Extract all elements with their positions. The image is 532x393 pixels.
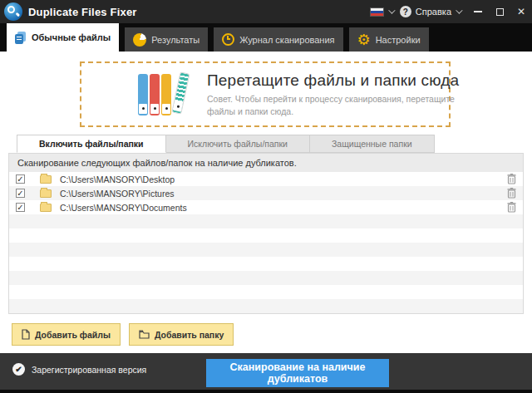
folder-icon (40, 189, 52, 198)
language-flag-icon[interactable] (370, 7, 384, 17)
tab-label: Обычные файлы (32, 32, 111, 42)
delete-row-icon[interactable] (507, 202, 516, 213)
footer-bar: ✔ Зарегистрированная версия Сканирование… (0, 353, 532, 393)
add-files-button[interactable]: Добавить файлы (12, 323, 121, 346)
app-window: Duplicate Files Fixer ? Справка ✕ Обычны… (0, 0, 532, 393)
scan-folder-list: Сканирование следующих файлов/папок на н… (8, 153, 524, 314)
help-icon[interactable]: ? (400, 6, 411, 17)
binders-icon (138, 74, 185, 115)
title-bar: Duplicate Files Fixer ? Справка ✕ (0, 0, 532, 23)
subtab-include-folders[interactable]: Включить файлы/папки (17, 135, 166, 153)
row-checkbox[interactable]: ✓ (16, 203, 25, 212)
delete-row-icon[interactable] (507, 174, 516, 184)
file-icon (22, 329, 30, 340)
folder-path: C:\Users\MANSORY\Documents (60, 203, 187, 213)
registered-check-icon: ✔ (12, 363, 25, 376)
folder-filter-tabs: Включить файлы/папки Исключить файлы/пап… (17, 135, 435, 153)
tab-label: Результаты (151, 35, 200, 45)
help-menu[interactable]: Справка (416, 7, 451, 17)
row-checkbox[interactable]: ✓ (16, 174, 25, 184)
tab-label: Журнал сканирования (239, 35, 334, 45)
window-title: Duplicate Files Fixer (28, 6, 137, 18)
tab-scan-log[interactable]: Журнал сканирования (214, 27, 342, 52)
tab-common-files[interactable]: Обычные файлы (7, 23, 119, 52)
pie-chart-icon (133, 33, 146, 47)
folder-path: C:\Users\MANSORY\Desktop (60, 174, 175, 184)
dropzone-title: Перетащите файлы и папки сюда (207, 71, 473, 90)
folder-icon (40, 204, 52, 212)
tab-settings[interactable]: ⚙ Настройки (349, 27, 429, 52)
help-chevron-down-icon[interactable] (456, 7, 462, 13)
folder-icon (40, 175, 52, 184)
add-files-label: Добавить файлы (35, 330, 111, 340)
minimize-button[interactable] (467, 0, 489, 23)
registered-version: ✔ Зарегистрированная версия (12, 363, 146, 376)
registered-label: Зарегистрированная версия (32, 365, 146, 375)
folder-outline-icon (139, 330, 150, 339)
documents-icon (15, 32, 27, 44)
delete-row-icon[interactable] (507, 188, 516, 199)
list-header: Сканирование следующих файлов/папок на н… (9, 154, 523, 172)
main-tab-bar: Обычные файлы Результаты Журнал сканиров… (0, 23, 532, 52)
add-folder-label: Добавить папку (155, 330, 224, 340)
folder-row[interactable]: ✓ C:\Users\MANSORY\Documents (9, 200, 523, 214)
maximize-button[interactable] (489, 0, 510, 23)
folder-row[interactable]: ✓ C:\Users\MANSORY\Desktop (9, 172, 523, 186)
add-folder-button[interactable]: Добавить папку (129, 323, 234, 346)
language-chevron-down-icon[interactable] (388, 7, 395, 13)
subtab-protected-folders[interactable]: Защищенные папки (310, 135, 435, 153)
tab-label: Настройки (376, 35, 421, 45)
main-content: Перетащите файлы и папки сюда Совет. Что… (0, 52, 532, 353)
subtab-exclude-folders[interactable]: Исключить файлы/папки (166, 135, 310, 153)
history-clock-icon (222, 33, 234, 46)
scan-duplicates-button[interactable]: Сканирование на наличие дубликатов (206, 359, 389, 387)
dropzone-hint: Совет. Чтобы перейти к процессу сканиров… (207, 93, 473, 116)
row-checkbox[interactable]: ✓ (16, 189, 25, 198)
tab-results[interactable]: Результаты (125, 27, 208, 52)
drag-drop-zone[interactable]: Перетащите файлы и папки сюда Совет. Что… (80, 61, 451, 127)
folder-path: C:\Users\MANSORY\Pictures (60, 189, 175, 199)
close-button[interactable]: ✕ (510, 0, 532, 23)
app-logo-magnifier-icon (4, 2, 22, 21)
folder-row[interactable]: ✓ C:\Users\MANSORY\Pictures (9, 186, 523, 200)
gear-icon: ⚙ (357, 33, 371, 47)
